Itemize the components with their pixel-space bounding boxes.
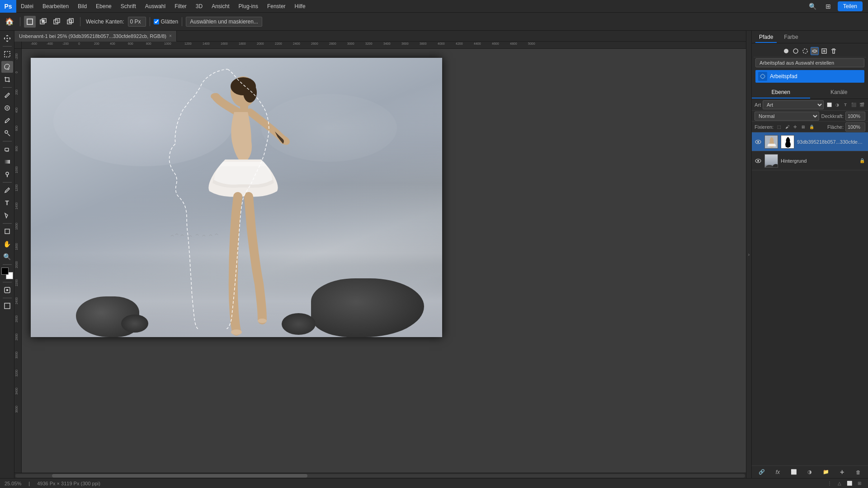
path-selection-btn[interactable]	[801, 47, 809, 55]
menu-fenster[interactable]: Fenster	[263, 0, 290, 13]
horizontal-scrollbar[interactable]	[14, 473, 746, 478]
lasso-intersect-selection[interactable]	[65, 16, 76, 28]
layer-adjustment-btn[interactable]: ◑	[806, 468, 814, 476]
layer-mask-btn[interactable]: ⬜	[790, 468, 798, 476]
lock-all-btn[interactable]: 🔒	[808, 123, 815, 131]
tool-crop[interactable]	[1, 74, 13, 85]
path-new-btn[interactable]	[820, 47, 828, 55]
filter-adjust-btn[interactable]: ◑	[834, 101, 841, 108]
menu-plugins[interactable]: Plug-ins	[234, 0, 263, 13]
tool-pen[interactable]	[1, 184, 13, 196]
menu-filter[interactable]: Filter	[170, 0, 191, 13]
menu-auswahl[interactable]: Auswahl	[141, 0, 170, 13]
canvas-area[interactable]	[22, 49, 746, 473]
color-swatches[interactable]	[1, 267, 13, 279]
document-tab-name: Unbenannt-1 bei 25% (93db395218b057...33…	[19, 33, 166, 39]
filter-pixel-btn[interactable]: ⬜	[826, 101, 833, 108]
lock-artboard-btn[interactable]: ⊞	[800, 123, 807, 131]
document-tab-close[interactable]: ×	[169, 33, 172, 38]
menu-schrift[interactable]: Schrift	[116, 0, 141, 13]
arbeitspfad-item[interactable]: Arbeitspfad	[755, 70, 864, 83]
lasso-new-selection[interactable]	[24, 16, 36, 28]
tool-rectangular-marquee[interactable]	[1, 48, 13, 60]
tool-preset-picker[interactable]: 🏠	[3, 16, 16, 28]
ballerina-figure	[180, 69, 302, 336]
path-stroke-btn[interactable]	[792, 47, 800, 55]
tool-path-selection[interactable]	[1, 210, 13, 221]
layer-delete-btn[interactable]: 🗑	[854, 468, 862, 476]
search-button[interactable]: 🔍	[807, 0, 819, 12]
tool-zoom[interactable]: 🔍	[1, 251, 13, 263]
tool-dodge[interactable]	[1, 169, 13, 180]
svg-point-33	[803, 49, 807, 53]
share-button[interactable]: Teilen	[838, 1, 863, 11]
arrange-button[interactable]: ⊞	[822, 0, 834, 12]
tool-healing-brush[interactable]	[1, 102, 13, 114]
right-panel-collapse[interactable]: ›	[746, 31, 751, 478]
path-fill-btn[interactable]	[782, 47, 790, 55]
tab-pfade[interactable]: Pfade	[755, 32, 777, 43]
blend-mode-select[interactable]: Normal Auflösen Abdunkeln Multiplizieren	[755, 112, 819, 121]
document-tab[interactable]: Unbenannt-1 bei 25% (93db395218b057...33…	[14, 31, 177, 42]
menu-ebene[interactable]: Ebene	[91, 0, 116, 13]
path-delete-btn[interactable]	[830, 47, 838, 55]
lock-position-btn[interactable]: ✛	[792, 123, 799, 131]
layers-panel: Art Art Name Effekt Modus ⬜ ◑ T ⬛ 🎬	[752, 99, 868, 478]
filter-label: Art	[755, 102, 761, 108]
menu-hilfe[interactable]: Hilfe	[290, 0, 310, 13]
svg-point-31	[784, 49, 788, 53]
tool-brush[interactable]	[1, 115, 13, 127]
tool-gradient[interactable]	[1, 156, 13, 168]
layer-item-hintergrund[interactable]: Hintergrund 🔒	[752, 151, 868, 170]
lt-sep-3	[3, 141, 12, 141]
filter-smart-btn[interactable]: 🎬	[858, 101, 865, 108]
layer-item-dancer[interactable]: 93db395218b057...330cfde8922cb	[752, 132, 868, 151]
tool-move[interactable]	[1, 33, 13, 44]
svg-rect-8	[69, 20, 71, 22]
tool-screen-mode[interactable]	[1, 300, 13, 312]
layer-group-btn[interactable]: 📁	[822, 468, 830, 476]
filter-text-btn[interactable]: T	[842, 101, 849, 108]
filter-shape-btn[interactable]: ⬛	[850, 101, 857, 108]
statusbar-btn-3[interactable]: ⬜	[845, 479, 854, 488]
tool-eyedropper[interactable]	[1, 89, 13, 101]
tool-clone-stamp[interactable]	[1, 127, 13, 139]
lock-transparent-btn[interactable]: ⬚	[775, 123, 783, 131]
svg-rect-22	[5, 303, 10, 309]
glatten-checkbox[interactable]	[154, 19, 159, 24]
layer-visibility-dancer[interactable]	[755, 138, 762, 145]
layer-new-btn[interactable]: +	[838, 468, 846, 476]
tool-lasso[interactable]	[1, 61, 13, 73]
layer-fx-btn[interactable]: fx	[774, 468, 782, 476]
statusbar-btn-2[interactable]: △	[835, 479, 844, 488]
tool-quick-mask[interactable]	[1, 284, 13, 296]
tool-hand[interactable]: ✋	[1, 238, 13, 250]
menu-datei[interactable]: Datei	[16, 0, 38, 13]
tool-eraser[interactable]	[1, 143, 13, 155]
opacity-input[interactable]	[845, 112, 865, 121]
menu-bild[interactable]: Bild	[73, 0, 91, 13]
filter-icons: ⬜ ◑ T ⬛ 🎬	[826, 101, 865, 108]
statusbar-btn-1[interactable]: ⋮	[826, 479, 834, 488]
layer-link-btn[interactable]: 🔗	[758, 468, 766, 476]
lt-sep-5	[3, 223, 12, 224]
statusbar-btn-4[interactable]: ⊞	[855, 479, 863, 488]
tool-text[interactable]: T	[1, 197, 13, 209]
tab-kanaele[interactable]: Kanäle	[810, 86, 868, 99]
layer-visibility-hintergrund[interactable]	[755, 157, 762, 164]
tab-farbe[interactable]: Farbe	[780, 32, 802, 43]
menu-ansicht[interactable]: Ansicht	[207, 0, 234, 13]
weiche-kanten-input[interactable]	[128, 17, 146, 27]
fill-input[interactable]	[845, 122, 865, 131]
auswaehlen-maskieren-button[interactable]: Auswählen und maskieren...	[186, 17, 262, 27]
lasso-subtract-selection[interactable]	[51, 16, 63, 28]
lasso-add-selection[interactable]	[38, 16, 49, 28]
tool-shape[interactable]	[1, 225, 13, 237]
svg-point-11	[5, 97, 6, 98]
tab-ebenen[interactable]: Ebenen	[752, 86, 810, 99]
path-from-selection-btn[interactable]	[811, 47, 819, 55]
lock-paint-btn[interactable]: 🖌	[783, 123, 791, 131]
menu-3d[interactable]: 3D	[191, 0, 207, 13]
filter-select[interactable]: Art Name Effekt Modus	[763, 100, 824, 109]
menu-bearbeiten[interactable]: Bearbeiten	[38, 0, 73, 13]
